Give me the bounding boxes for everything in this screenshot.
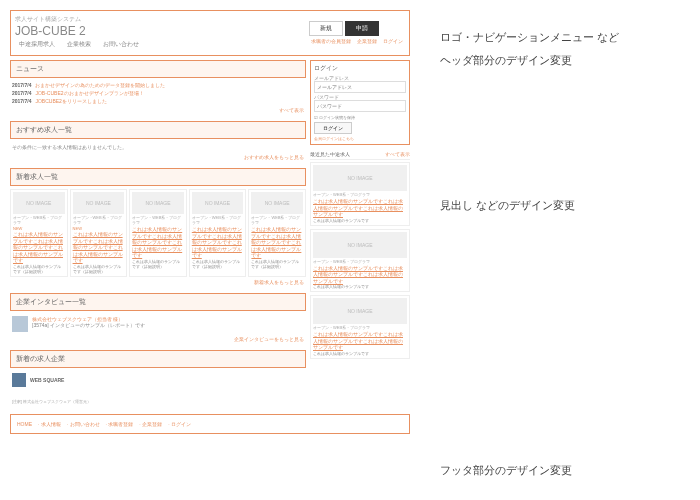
recent-section: 最近見た中途求人すべて表示 NO IMAGEオープン・WEB系・プログラマこれは… xyxy=(310,149,410,359)
recent-card[interactable]: NO IMAGEオープン・WEB系・プログラマこれは求人情報のサンプルですこれは… xyxy=(310,162,410,226)
job-card[interactable]: NO IMAGEオープン・WEB系・プログラマNEWこれは求人情報のサンプルです… xyxy=(70,189,128,277)
featured-section: おすすめ求人一覧 その条件に一致する求人情報はありませんでした。 おすすめ求人を… xyxy=(10,121,306,162)
annotations: ロゴ・ナビゲーションメニュー など ヘッダ部分のデザイン変更 見出し などのデザ… xyxy=(440,10,680,486)
nav-item[interactable]: 中途採用求人 xyxy=(19,40,55,49)
noimage-icon: NO IMAGE xyxy=(132,192,184,214)
avatar xyxy=(12,316,28,332)
interview-more[interactable]: 企業インタビューをもっと見る xyxy=(10,334,306,344)
recent-title[interactable]: これは求人情報のサンプルですこれは求人情報のサンプルですこれは求人情報のサンプル… xyxy=(313,198,407,218)
job-title[interactable]: これは求人情報のサンプルですこれは求人情報のサンプルですこれは求人情報のサンプル… xyxy=(132,226,184,259)
logo: 求人サイト構築システム JOB-CUBE 2 xyxy=(15,15,143,38)
newjobs-section: 新着求人一覧 NO IMAGEオープン・WEB系・プログラマNEWこれは求人情報… xyxy=(10,168,306,287)
featured-empty: その条件に一致する求人情報はありませんでした。 xyxy=(10,142,306,152)
noimage-icon: NO IMAGE xyxy=(313,232,407,258)
recent-title[interactable]: これは求人情報のサンプルですこれは求人情報のサンプルですこれは求人情報のサンプル… xyxy=(313,265,407,285)
job-card[interactable]: NO IMAGEオープン・WEB系・プログラマこれは求人情報のサンプルですこれは… xyxy=(189,189,247,277)
header-links: 求職者の会員登録 企業登録 ログイン xyxy=(309,36,405,46)
company-item[interactable]: WEB SQUARE xyxy=(10,371,306,389)
copyright: [注釈] 株式会社ウェブスクウェア（運営元） xyxy=(10,395,306,408)
remember-checkbox[interactable]: ☑ ログイン状態を保持 xyxy=(314,113,406,122)
noimage-icon: NO IMAGE xyxy=(192,192,244,214)
featured-heading: おすすめ求人一覧 xyxy=(10,121,306,139)
recent-card[interactable]: NO IMAGEオープン・WEB系・プログラマこれは求人情報のサンプルですこれは… xyxy=(310,295,410,359)
news-item[interactable]: 2017/7/4JOBCUBE2をリリースしました xyxy=(10,97,306,105)
newjobs-more[interactable]: 新着求人をもっと見る xyxy=(10,277,306,287)
footer-link[interactable]: 求人情報 xyxy=(41,421,61,427)
job-cards: NO IMAGEオープン・WEB系・プログラマNEWこれは求人情報のサンプルです… xyxy=(10,189,306,277)
interview-text: [3574a] インタビューのサンプル（レポート）です xyxy=(32,322,145,328)
footer-link[interactable]: 求職者登録 xyxy=(108,421,133,427)
job-card[interactable]: NO IMAGEオープン・WEB系・プログラマこれは求人情報のサンプルですこれは… xyxy=(248,189,306,277)
recent-title[interactable]: これは求人情報のサンプルですこれは求人情報のサンプルですこれは求人情報のサンプル… xyxy=(313,331,407,351)
footer-link[interactable]: 企業登録 xyxy=(142,421,162,427)
annotation-text: ヘッダ部分のデザイン変更 xyxy=(440,53,680,68)
login-heading: ログイン xyxy=(314,64,406,73)
page-mockup: 求人サイト構築システム JOB-CUBE 2 中途採用求人 企業検索 お問い合わ… xyxy=(10,10,410,486)
main-nav: 中途採用求人 企業検索 お問い合わせ xyxy=(15,38,143,51)
companies-section: 新着の求人企業 WEB SQUARE xyxy=(10,350,306,389)
link[interactable]: 企業登録 xyxy=(357,38,377,44)
footer-link[interactable]: ログイン xyxy=(171,421,191,427)
noimage-icon: NO IMAGE xyxy=(313,165,407,191)
annotation-text: フッタ部分のデザイン変更 xyxy=(440,463,680,478)
footer-link[interactable]: お問い合わせ xyxy=(70,421,100,427)
news-section: ニュース 2017/7/4おまかせデザインの為のためのデータ登録を開始しました … xyxy=(10,60,306,115)
job-title[interactable]: これは求人情報のサンプルですこれは求人情報のサンプルですこれは求人情報のサンプル… xyxy=(73,231,125,264)
annotation-text: ロゴ・ナビゲーションメニュー など xyxy=(440,30,680,45)
header-buttons: 新規 申請 xyxy=(309,21,405,36)
noimage-icon: NO IMAGE xyxy=(313,298,407,324)
job-card[interactable]: NO IMAGEオープン・WEB系・プログラマこれは求人情報のサンプルですこれは… xyxy=(129,189,187,277)
link[interactable]: 求職者の会員登録 xyxy=(311,38,351,44)
footer: HOME· 求人情報· お問い合わせ· 求職者登録· 企業登録· ログイン xyxy=(10,414,410,434)
job-card[interactable]: NO IMAGEオープン・WEB系・プログラマNEWこれは求人情報のサンプルです… xyxy=(10,189,68,277)
password-field[interactable] xyxy=(314,100,406,112)
interview-heading: 企業インタビュー一覧 xyxy=(10,293,306,311)
noimage-icon: NO IMAGE xyxy=(13,192,65,214)
interview-item[interactable]: 株式会社ウェブスクウェア（担当者 様）[3574a] インタビューのサンプル（レ… xyxy=(10,314,306,334)
apply-button[interactable]: 申請 xyxy=(345,21,379,36)
job-title[interactable]: これは求人情報のサンプルですこれは求人情報のサンプルですこれは求人情報のサンプル… xyxy=(13,231,65,264)
recent-heading: 最近見た中途求人 xyxy=(310,151,350,157)
interview-section: 企業インタビュー一覧 株式会社ウェブスクウェア（担当者 様）[3574a] イン… xyxy=(10,293,306,344)
company-logo-icon xyxy=(12,373,26,387)
news-more[interactable]: すべて表示 xyxy=(10,105,306,115)
forgot-link[interactable]: 会員ログインはこちら xyxy=(314,136,406,141)
noimage-icon: NO IMAGE xyxy=(73,192,125,214)
annotation-text: 見出し などのデザイン変更 xyxy=(440,198,680,213)
nav-item[interactable]: お問い合わせ xyxy=(103,40,139,49)
noimage-icon: NO IMAGE xyxy=(251,192,303,214)
newjobs-heading: 新着求人一覧 xyxy=(10,168,306,186)
footer-link[interactable]: HOME xyxy=(17,421,32,427)
link[interactable]: ログイン xyxy=(383,38,403,44)
companies-heading: 新着の求人企業 xyxy=(10,350,306,368)
news-item[interactable]: 2017/7/4JOB-CUBE2のおまかせデザインプランが登場！ xyxy=(10,89,306,97)
header: 求人サイト構築システム JOB-CUBE 2 中途採用求人 企業検索 お問い合わ… xyxy=(10,10,410,56)
news-heading: ニュース xyxy=(10,60,306,78)
job-title[interactable]: これは求人情報のサンプルですこれは求人情報のサンプルですこれは求人情報のサンプル… xyxy=(251,226,303,259)
tagline: 求人サイト構築システム xyxy=(15,15,143,24)
new-button[interactable]: 新規 xyxy=(309,21,343,36)
news-item[interactable]: 2017/7/4おまかせデザインの為のためのデータ登録を開始しました xyxy=(10,81,306,89)
email-field[interactable] xyxy=(314,81,406,93)
job-title[interactable]: これは求人情報のサンプルですこれは求人情報のサンプルですこれは求人情報のサンプル… xyxy=(192,226,244,259)
recent-all[interactable]: すべて表示 xyxy=(385,151,410,157)
login-box: ログイン メールアドレス パスワード ☑ ログイン状態を保持 ログイン 会員ログ… xyxy=(310,60,410,145)
login-button[interactable]: ログイン xyxy=(314,122,352,134)
recent-card[interactable]: NO IMAGEオープン・WEB系・プログラマこれは求人情報のサンプルですこれは… xyxy=(310,229,410,293)
featured-more[interactable]: おすすめ求人をもっと見る xyxy=(10,152,306,162)
nav-item[interactable]: 企業検索 xyxy=(67,40,91,49)
